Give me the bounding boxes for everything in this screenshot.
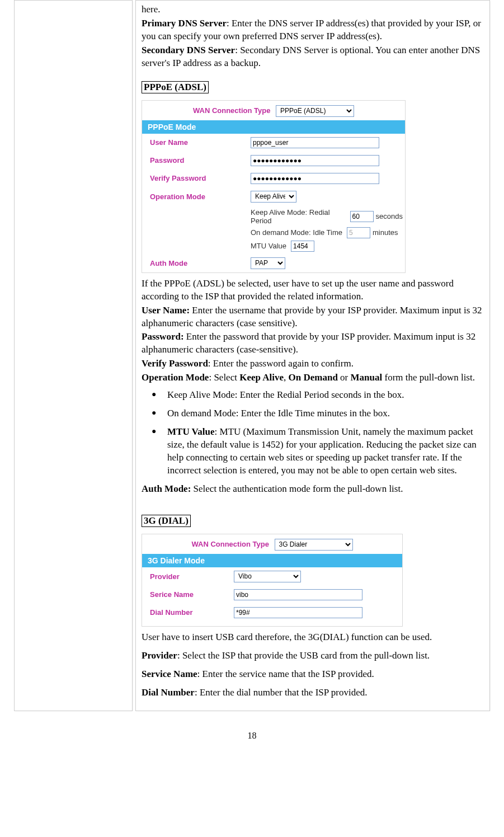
opmode-or: or xyxy=(338,372,351,383)
opmode-keepalive: Keep Alive xyxy=(239,372,284,383)
auth-bold: Auth Mode: xyxy=(142,483,191,494)
g3-figure: WAN Connection Type 3G Dialer 3G Dialer … xyxy=(142,534,403,627)
opmode-c: , xyxy=(284,372,289,383)
service-text: : Enter the service name that the ISP pr… xyxy=(197,669,374,679)
mtu-bold: MTU Value xyxy=(167,426,215,437)
g3-band: 3G Dialer Mode xyxy=(142,554,402,567)
verify-password-label: Verify Password xyxy=(150,174,251,182)
minutes-text: minutes xyxy=(373,228,398,237)
pppoe-p1: If the PPPoE (ADSL) be selected, user ha… xyxy=(142,278,484,303)
operation-mode-label: Operation Mode xyxy=(150,192,251,201)
bullet-mtu: MTU Value: MTU (Maximum Transmission Uni… xyxy=(152,426,484,477)
idle-time-input[interactable] xyxy=(347,227,370,238)
wan-type-label: WAN Connection Type xyxy=(193,106,270,115)
intro-here: here. xyxy=(142,3,484,16)
g3-service-desc: Service Name: Enter the service name tha… xyxy=(142,668,484,681)
dial-number-input[interactable] xyxy=(234,607,362,618)
bullet-ondemand: On demand Mode: Enter the Idle Time minu… xyxy=(152,407,484,420)
mtu-value-text: MTU Value xyxy=(251,242,286,250)
g3-section-tag: 3G (DIAL) xyxy=(142,515,191,527)
dial-number-label: Dial Number xyxy=(150,608,234,617)
verify-bold: Verify Password xyxy=(142,358,208,369)
g3-provider-desc: Provider: Select the ISP that provide th… xyxy=(142,650,484,662)
primary-dns-label: Primary DNS Server xyxy=(142,18,227,29)
service-name-input[interactable] xyxy=(234,589,362,600)
content-column: here. Primary DNS Server: Enter the DNS … xyxy=(136,1,490,711)
g3-dial-desc: Dial Number: Enter the dial number that … xyxy=(142,686,484,699)
password-bold: Password: xyxy=(142,331,184,342)
provider-label: Provider xyxy=(150,572,234,581)
password-input[interactable] xyxy=(251,155,379,166)
pppoe-password-desc: Password: Enter the password that provid… xyxy=(142,331,484,356)
verify-password-input[interactable] xyxy=(251,173,379,184)
auth-mode-label: Auth Mode xyxy=(150,259,251,267)
provider-bold: Provider xyxy=(142,650,177,661)
operation-mode-select[interactable]: Keep Alive xyxy=(251,191,296,203)
page-number: 18 xyxy=(14,731,490,741)
password-label: Password xyxy=(150,156,251,164)
dial-text: : Enter the dial number that the ISP pro… xyxy=(195,687,368,698)
secondary-dns-label: Secondary DNS Server xyxy=(142,45,235,55)
opmode-bold: Operation Mode xyxy=(142,372,209,383)
pppoe-figure: WAN Connection Type PPPoE (ADSL) PPPoE M… xyxy=(142,100,406,273)
username-bold: User Name: xyxy=(142,305,190,316)
pppoe-opmode-desc: Operation Mode: Select Keep Alive, On De… xyxy=(142,372,484,384)
auth-mode-select[interactable]: PAP xyxy=(251,257,285,269)
pppoe-username-desc: User Name: Enter the username that provi… xyxy=(142,304,484,330)
auth-text: Select the authentication mode form the … xyxy=(191,483,403,494)
seconds-text: seconds xyxy=(376,212,403,220)
username-text: Enter the username that provide by your … xyxy=(142,305,482,328)
layout-table: here. Primary DNS Server: Enter the DNS … xyxy=(14,0,490,711)
intro-pdns: Primary DNS Server: Enter the DNS server… xyxy=(142,17,484,43)
keep-alive-text: Keep Alive Mode: Redial Period xyxy=(251,208,346,225)
password-text: Enter the password that provide by your … xyxy=(142,331,475,355)
pppoe-auth-desc: Auth Mode: Select the authentication mod… xyxy=(142,483,484,496)
bullet-keepalive: Keep Alive Mode: Enter the Redial Period… xyxy=(152,389,484,402)
username-label: User Name xyxy=(150,138,251,147)
mtu-value-input[interactable] xyxy=(291,241,314,252)
verify-text: : Enter the password again to confirm. xyxy=(208,358,354,369)
g3-p1: User have to insert USB card therefore, … xyxy=(142,631,484,644)
pppoe-section-tag: PPPoE (ADSL) xyxy=(142,81,209,93)
username-input[interactable] xyxy=(251,137,379,148)
redial-period-input[interactable] xyxy=(350,211,374,222)
wan-type-select[interactable]: PPPoE (ADSL) xyxy=(276,105,354,117)
opmode-m: : Select xyxy=(209,372,239,383)
opmode-manual: Manual xyxy=(351,372,383,383)
opmode-ondemand: On Demand xyxy=(289,372,338,383)
service-name-label: Serice Name xyxy=(150,590,234,599)
service-bold: Service Name xyxy=(142,669,197,679)
left-column xyxy=(15,1,133,711)
pppoe-verify-desc: Verify Password: Enter the password agai… xyxy=(142,358,484,370)
on-demand-text: On demand Mode: Idle Time xyxy=(251,228,342,237)
provider-select[interactable]: Vibo xyxy=(234,571,301,582)
pppoe-band: PPPoE Mode xyxy=(142,120,405,134)
wan-type-label-3g: WAN Connection Type xyxy=(191,540,269,548)
provider-text: : Select the ISP that provide the USB ca… xyxy=(177,650,430,661)
dial-bold: Dial Number xyxy=(142,687,195,698)
intro-sdns: Secondary DNS Server: Secondary DNS Serv… xyxy=(142,44,484,70)
wan-type-select-3g[interactable]: 3G Dialer xyxy=(275,539,353,551)
pppoe-bullets: Keep Alive Mode: Enter the Redial Period… xyxy=(152,389,484,477)
opmode-e: form the pull-down list. xyxy=(382,372,475,383)
